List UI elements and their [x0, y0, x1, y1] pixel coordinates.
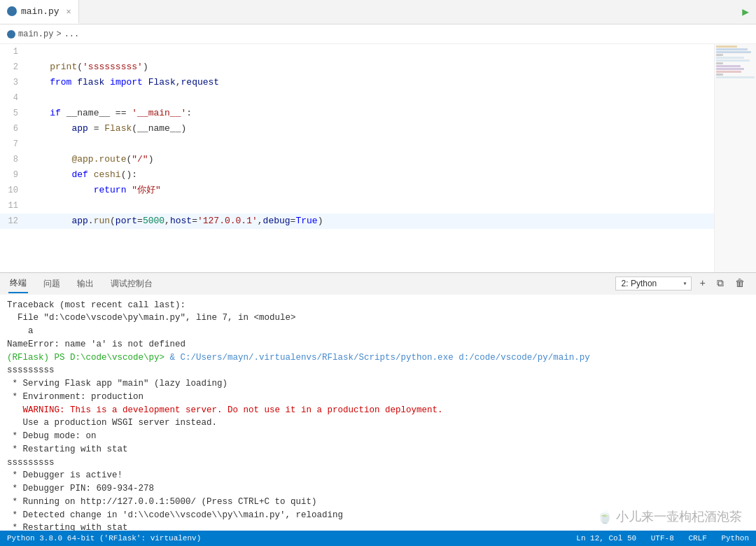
terminal-selector[interactable]: 2: Python 1: PowerShell: [615, 276, 692, 290]
terminal-line: sssssssss: [7, 364, 749, 377]
status-line-col[interactable]: Ln 12, Col 50: [576, 534, 636, 542]
panel-header-right: 2: Python 1: PowerShell ▾ + ⧉ 🗑: [615, 276, 748, 290]
terminal-line: Use a production WSGI server instead.: [7, 416, 749, 430]
editor-container: 1 2 print('sssssssss') 3 from flask impo…: [0, 44, 756, 272]
tab-close-button[interactable]: ✕: [66, 6, 71, 17]
panel-tab-debug[interactable]: 调试控制台: [109, 275, 154, 293]
status-language[interactable]: Python: [721, 534, 749, 542]
status-line-ending[interactable]: CRLF: [688, 534, 706, 542]
add-terminal-button[interactable]: +: [697, 276, 708, 290]
code-area[interactable]: 1 2 print('sssssssss') 3 from flask impo…: [0, 44, 714, 272]
status-right: Ln 12, Col 50 UTF-8 CRLF Python: [576, 534, 749, 542]
code-line-1: 1: [0, 44, 714, 59]
terminal-line: * Restarting with stat: [7, 522, 749, 531]
python-tab-icon: [7, 6, 17, 16]
panel-tab-output[interactable]: 输出: [76, 275, 95, 293]
run-icon[interactable]: ▶: [742, 5, 749, 19]
code-line-12: 12 app.run(port=5000,host='127.0.0.1',de…: [0, 214, 714, 229]
breadcrumb-file: main.py: [18, 29, 53, 39]
terminal-line: a: [7, 325, 749, 338]
code-line-9: 9 def ceshi():: [0, 167, 714, 183]
terminal-line: WARNING: This is a development server. D…: [7, 404, 749, 417]
minimap-content: [715, 44, 756, 80]
tab-actions: ▶: [742, 5, 756, 19]
panel-tab-problems[interactable]: 问题: [42, 275, 62, 293]
terminal-line: * Detected change in 'd:\\code\\vscode\\…: [7, 509, 749, 522]
breadcrumb: main.py > ...: [0, 24, 756, 44]
split-terminal-button[interactable]: ⧉: [714, 276, 727, 290]
code-line-11: 11: [0, 198, 714, 214]
code-line-2: 2 print('sssssssss'): [0, 59, 714, 75]
terminal-line: * Debugger is active!: [7, 469, 749, 482]
code-line-8: 8 @app.route("/"): [0, 152, 714, 167]
terminal-line: File "d:\code\vscode\py\main.py", line 7…: [7, 312, 749, 325]
tab-bar: main.py ✕ ▶: [0, 0, 756, 24]
terminal-line: (RFlask) PS D:\code\vscode\py> & C:/User…: [7, 351, 749, 365]
terminal-line: * Serving Flask app "main" (lazy loading…: [7, 377, 749, 391]
code-line-7: 7: [0, 136, 714, 152]
code-line-10: 10 return "你好": [0, 183, 714, 198]
code-line-5: 5 if __name__ == '__main__':: [0, 106, 714, 121]
tab-main-py[interactable]: main.py ✕: [0, 0, 79, 24]
terminal-line: * Debugger PIN: 609-934-278: [7, 482, 749, 496]
tab-label: main.py: [21, 6, 59, 17]
status-python[interactable]: Python 3.8.0 64-bit ('RFlask': virtualen…: [7, 534, 201, 542]
panel-tab-terminal[interactable]: 终端: [8, 274, 28, 293]
panel-header: 终端 问题 输出 调试控制台 2: Python 1: PowerShell ▾…: [0, 272, 756, 295]
breadcrumb-sep: >: [56, 29, 61, 39]
terminal-line: * Environment: production: [7, 391, 749, 404]
breadcrumb-python-icon: [7, 30, 15, 38]
terminal-line: * Running on http://127.0.0.1:5000/ (Pre…: [7, 496, 749, 509]
terminal-line: * Debug mode: on: [7, 430, 749, 443]
close-terminal-button[interactable]: 🗑: [732, 276, 748, 290]
selector-wrapper: 2: Python 1: PowerShell ▾: [615, 276, 692, 290]
terminal-line: sssssssss: [7, 456, 749, 470]
minimap: [714, 44, 756, 272]
breadcrumb-dots: ...: [64, 29, 80, 39]
code-line-4: 4: [0, 90, 714, 106]
terminal-line: NameError: name 'a' is not defined: [7, 338, 749, 351]
terminal-line: * Restarting with stat: [7, 443, 749, 456]
status-encoding[interactable]: UTF-8: [651, 534, 674, 542]
status-bar: Python 3.8.0 64-bit ('RFlask': virtualen…: [0, 531, 756, 546]
terminal[interactable]: Traceback (most recent call last): File …: [0, 295, 756, 531]
code-line-6: 6 app = Flask(__name__): [0, 121, 714, 136]
terminal-line: Traceback (most recent call last):: [7, 299, 749, 312]
code-line-3: 3 from flask import Flask,request: [0, 75, 714, 90]
